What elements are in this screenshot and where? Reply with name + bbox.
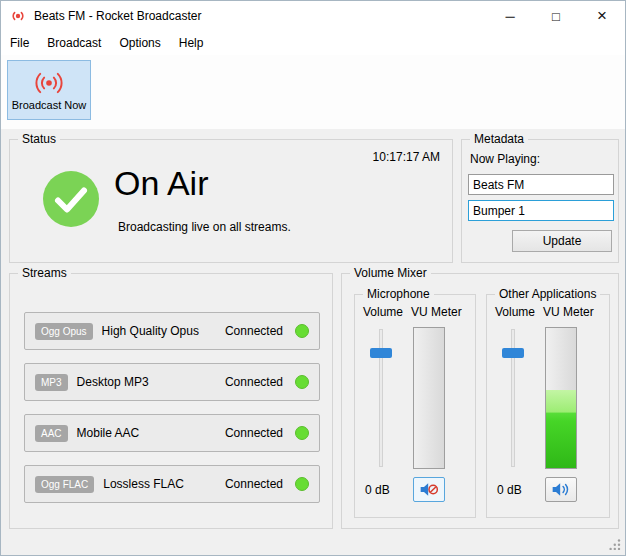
broadcast-now-label: Broadcast Now: [12, 99, 87, 111]
metadata-group-label: Metadata: [470, 132, 528, 146]
codec-badge: Ogg FLAC: [35, 476, 94, 493]
stream-status: Connected: [225, 375, 283, 389]
speaker-icon: [551, 481, 571, 498]
app-icon: [10, 8, 26, 24]
window-controls: ─ □ ×: [487, 1, 625, 31]
vu-meter-label: VU Meter: [543, 305, 594, 319]
menu-options[interactable]: Options: [110, 32, 169, 54]
maximize-button[interactable]: □: [533, 1, 579, 31]
microphone-channel: Microphone Volume VU Meter 0 dB: [354, 294, 476, 518]
codec-badge: MP3: [35, 374, 68, 391]
vu-meter-label: VU Meter: [411, 305, 462, 319]
minimize-icon: ─: [505, 9, 514, 24]
metadata-group: Metadata Now Playing: Update: [461, 139, 619, 263]
status-group: Status 10:17:17 AM On Air Broadcasting l…: [9, 139, 453, 263]
apps-volume-slider[interactable]: [491, 327, 535, 469]
microphone-channel-label: Microphone: [363, 287, 434, 301]
slider-handle[interactable]: [502, 348, 524, 358]
update-button[interactable]: Update: [512, 230, 612, 252]
menu-help[interactable]: Help: [170, 32, 213, 54]
stream-row: AAC Mobile AAC Connected: [24, 414, 320, 452]
stream-name: Mobile AAC: [77, 426, 140, 440]
stream-name: Lossless FLAC: [103, 477, 184, 491]
other-applications-channel-label: Other Applications: [495, 287, 600, 301]
stream-status: Connected: [225, 477, 283, 491]
minimize-button[interactable]: ─: [487, 1, 533, 31]
on-air-description: Broadcasting live on all streams.: [118, 220, 291, 234]
slider-handle[interactable]: [370, 348, 392, 358]
track-input[interactable]: [468, 200, 614, 221]
volume-mixer-group-label: Volume Mixer: [350, 266, 431, 280]
stream-row: Ogg Opus High Quality Opus Connected: [24, 312, 320, 350]
stream-row: Ogg FLAC Lossless FLAC Connected: [24, 465, 320, 503]
mic-mute-button[interactable]: [413, 477, 445, 502]
db-value: 0 dB: [365, 483, 390, 497]
stream-status: Connected: [225, 426, 283, 440]
window-title: Beats FM - Rocket Broadcaster: [34, 9, 201, 23]
menu-bar: File Broadcast Options Help: [1, 31, 625, 55]
codec-badge: Ogg Opus: [35, 323, 93, 340]
streams-group-label: Streams: [18, 266, 71, 280]
stream-name: Desktop MP3: [77, 375, 149, 389]
other-applications-channel: Other Applications Volume VU Meter 0 dB: [486, 294, 610, 518]
vu-fill: [546, 390, 576, 468]
app-window: Beats FM - Rocket Broadcaster ─ □ × File…: [0, 0, 626, 556]
volume-mixer-group: Volume Mixer Microphone Volume VU Meter …: [341, 273, 619, 529]
volume-label: Volume: [363, 305, 403, 319]
connected-indicator-icon: [295, 426, 309, 440]
clock: 10:17:17 AM: [373, 150, 440, 164]
stream-row: MP3 Desktop MP3 Connected: [24, 363, 320, 401]
connected-indicator-icon: [295, 477, 309, 491]
codec-badge: AAC: [35, 425, 68, 442]
connected-indicator-icon: [295, 324, 309, 338]
apps-mute-button[interactable]: [545, 477, 577, 502]
close-button[interactable]: ×: [579, 1, 625, 31]
resize-grip-icon[interactable]: [608, 538, 621, 551]
on-air-status: On Air: [114, 164, 208, 203]
on-air-check-icon: [42, 170, 100, 228]
broadcast-icon: [34, 69, 64, 97]
menu-file[interactable]: File: [1, 32, 38, 54]
db-value: 0 dB: [497, 483, 522, 497]
menu-broadcast[interactable]: Broadcast: [38, 32, 110, 54]
volume-label: Volume: [495, 305, 535, 319]
station-input[interactable]: [468, 174, 614, 195]
stream-name: High Quality Opus: [102, 324, 199, 338]
now-playing-label: Now Playing:: [470, 152, 540, 166]
streams-group: Streams Ogg Opus High Quality Opus Conne…: [9, 273, 333, 529]
stream-status: Connected: [225, 324, 283, 338]
mic-volume-slider[interactable]: [359, 327, 403, 469]
speaker-muted-icon: [419, 481, 439, 498]
broadcast-now-button[interactable]: Broadcast Now: [7, 60, 91, 120]
connected-indicator-icon: [295, 375, 309, 389]
toolbar: Broadcast Now: [1, 55, 625, 129]
apps-vu-meter: [545, 327, 577, 469]
mic-vu-meter: [413, 327, 445, 469]
close-icon: ×: [597, 6, 607, 26]
maximize-icon: □: [552, 9, 560, 24]
status-group-label: Status: [18, 132, 60, 146]
title-bar: Beats FM - Rocket Broadcaster ─ □ ×: [1, 1, 625, 31]
